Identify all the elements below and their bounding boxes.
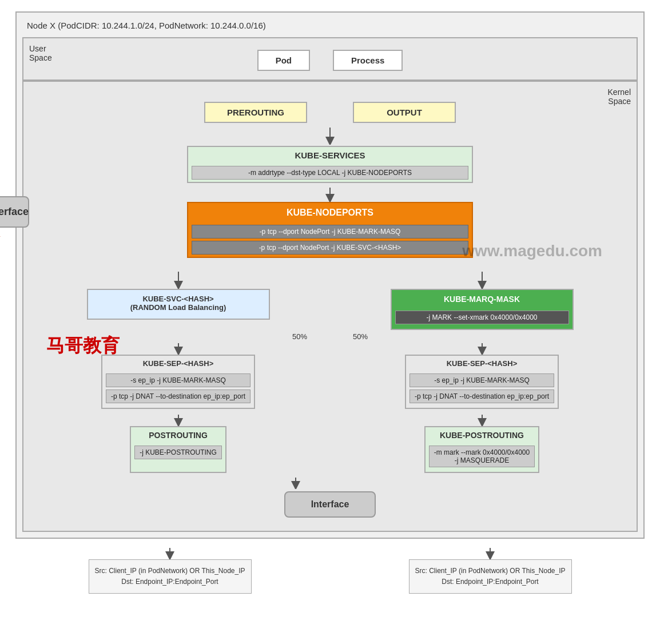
user-space-boxes: Pod Process xyxy=(29,44,631,71)
arrow-to-kube-services xyxy=(187,128,473,145)
postrouting-section: POSTROUTING -j KUBE-POSTROUTING xyxy=(130,426,226,473)
kube-services-section: KUBE-SERVICES -m addrtype --dst-type LOC… xyxy=(187,146,473,183)
kernel-inner: PREROUTING OUTPUT xyxy=(32,102,628,522)
diagram-wrapper: Node X (PodCIDR: 10.244.1.0/24, PodNetwo… xyxy=(15,11,645,594)
kube-services-rule: -m addrtype --dst-type LOCAL -j KUBE-NOD… xyxy=(192,166,468,180)
arrow-to-marq xyxy=(436,272,528,289)
arrow-to-interface xyxy=(284,478,307,489)
kube-sep-left-title: KUBE-SEP-<HASH> xyxy=(102,356,254,371)
node-outer: Node X (PodCIDR: 10.244.1.0/24, PodNetwo… xyxy=(15,11,645,539)
interface-bottom-wrapper: Interface xyxy=(32,478,628,522)
kube-services-title: KUBE-SERVICES xyxy=(188,147,472,164)
pencil-icon: ✏ xyxy=(0,230,1,243)
pod-box: Pod xyxy=(257,50,310,71)
kube-postrouting-section: KUBE-POSTROUTING -m mark --mark 0x4000/0… xyxy=(424,426,539,473)
postrouting-rule: -j KUBE-POSTROUTING xyxy=(134,446,222,459)
right-mid: KUBE-MARQ-MASK -j MARK --set-xmark 0x400… xyxy=(336,272,628,330)
middle-section: KUBE-SVC-<HASH> (RANDOM Load Balancing) xyxy=(32,272,628,330)
sep-left-col: KUBE-SEP-<HASH> -s ep_ip -j KUBE-MARK-MA… xyxy=(32,343,324,409)
arrow-dest-left xyxy=(158,548,181,559)
dest-right: Src: Client_IP (in PodNetwork) OR This_N… xyxy=(409,559,572,594)
kube-sep-left-rule1: -s ep_ip -j KUBE-MARK-MASQ xyxy=(106,373,251,387)
sep-row: KUBE-SEP-<HASH> -s ep_ip -j KUBE-MARK-MA… xyxy=(32,343,628,409)
left-mid: KUBE-SVC-<HASH> (RANDOM Load Balancing) xyxy=(32,272,324,320)
kernel-space: KernelSpace Interface ✏ www.magedu.com 马… xyxy=(22,81,638,532)
destination-row: Src: Client_IP (in PodNetwork) OR This_N… xyxy=(15,548,645,594)
kube-sep-left-rule2: -p tcp -j DNAT --to-destination ep_ip:ep… xyxy=(106,389,251,403)
kube-postrouting-title: KUBE-POSTROUTING xyxy=(426,427,538,443)
interface-left: Interface xyxy=(0,196,29,228)
arrow-to-svc xyxy=(133,272,224,289)
kube-sep-left: KUBE-SEP-<HASH> -s ep_ip -j KUBE-MARK-MA… xyxy=(101,355,255,409)
kube-nodeports-title: KUBE-NODEPORTS xyxy=(188,203,472,222)
dest-left-col: Src: Client_IP (in PodNetwork) OR This_N… xyxy=(15,548,324,594)
center-area: KUBE-SERVICES -m addrtype --dst-type LOC… xyxy=(32,146,628,263)
kube-sep-right-rule1: -s ep_ip -j KUBE-MARK-MASQ xyxy=(409,373,554,387)
dest-left: Src: Client_IP (in PodNetwork) OR This_N… xyxy=(89,559,252,594)
kube-svc-title: KUBE-SVC-<HASH> (RANDOM Load Balancing) xyxy=(88,290,269,316)
postrouting-row-outer: POSTROUTING -j KUBE-POSTROUTING xyxy=(32,415,628,473)
kube-sep-right-title: KUBE-SEP-<HASH> xyxy=(406,356,558,371)
prerouting-box: PREROUTING xyxy=(204,102,307,123)
kube-marq-rule: -j MARK --set-xmark 0x4000/0x4000 xyxy=(395,311,569,324)
output-box: OUTPUT xyxy=(353,102,456,123)
kube-sep-right: KUBE-SEP-<HASH> -s ep_ip -j KUBE-MARK-MA… xyxy=(405,355,559,409)
node-title: Node X (PodCIDR: 10.244.1.0/24, PodNetwo… xyxy=(22,18,638,33)
postrouting-right-col: KUBE-POSTROUTING -m mark --mark 0x4000/0… xyxy=(336,415,628,473)
arrow-postrouting-right xyxy=(471,415,494,426)
arrow-to-nodeports xyxy=(319,188,341,202)
chain-section: PREROUTING OUTPUT xyxy=(32,102,628,123)
output-title: OUTPUT xyxy=(354,103,455,122)
percent-left: 50% xyxy=(292,332,307,341)
percent-right: 50% xyxy=(353,332,368,341)
percent-row: 50% 50% xyxy=(32,332,628,341)
kube-nodeports-section: KUBE-NODEPORTS -p tcp --dport NodePort -… xyxy=(187,202,473,258)
process-box: Process xyxy=(333,50,403,71)
prerouting-title: PREROUTING xyxy=(205,103,306,122)
kube-postrouting-rule: -m mark --mark 0x4000/0x4000-j MASQUERAD… xyxy=(429,446,535,467)
kube-svc-section: KUBE-SVC-<HASH> (RANDOM Load Balancing) xyxy=(87,289,270,320)
postrouting-left-col: POSTROUTING -j KUBE-POSTROUTING xyxy=(32,415,324,473)
arrow-dest-right xyxy=(479,548,502,559)
dest-right-col: Src: Client_IP (in PodNetwork) OR This_N… xyxy=(336,548,645,594)
kube-sep-right-rule2: -p tcp -j DNAT --to-destination ep_ip:ep… xyxy=(409,389,554,403)
arrow-sep-right xyxy=(471,343,494,355)
postrouting-title: POSTROUTING xyxy=(131,427,225,443)
kube-marq-section: KUBE-MARQ-MASK -j MARK --set-xmark 0x400… xyxy=(391,289,574,330)
kube-nodeports-rule1: -p tcp --dport NodePort -j KUBE-MARK-MAS… xyxy=(192,225,468,238)
arrow-sep-left xyxy=(167,343,190,355)
interface-bottom: Interface xyxy=(284,491,376,518)
arrow-postrouting-left xyxy=(167,415,190,426)
user-space-label: UserSpace xyxy=(29,44,52,62)
kube-marq-title: KUBE-MARQ-MASK xyxy=(392,290,572,308)
sep-right-col: KUBE-SEP-<HASH> -s ep_ip -j KUBE-MARK-MA… xyxy=(336,343,628,409)
user-space: UserSpace Pod Process xyxy=(22,37,638,81)
kube-nodeports-rule2: -p tcp --dport NodePort -j KUBE-SVC-<HAS… xyxy=(192,241,468,255)
